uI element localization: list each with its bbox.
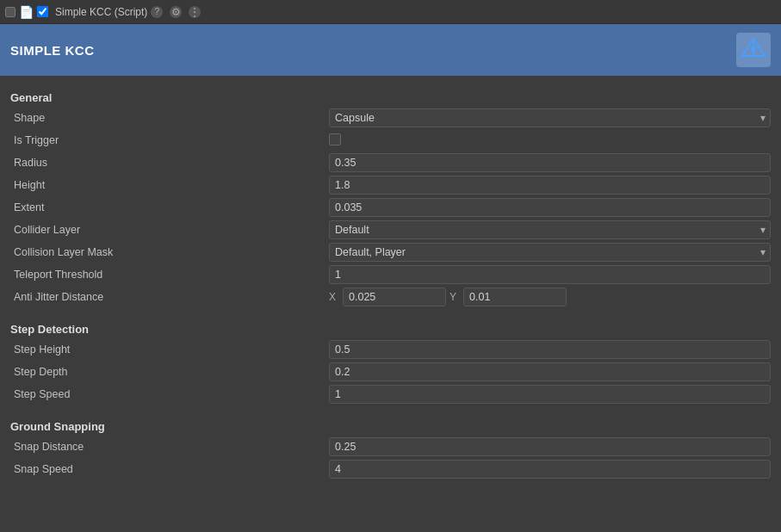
- prop-row-snap-distance: Snap Distance: [10, 436, 771, 457]
- collider-layer-wrapper: Default Player Enemy: [329, 220, 771, 239]
- is-trigger-checkbox[interactable]: [329, 133, 341, 145]
- collision-layer-mask-wrapper: Default, Player Default Player: [329, 243, 771, 262]
- prop-row-snap-speed: Snap Speed: [10, 459, 771, 479]
- prop-row-anti-jitter: Anti Jitter Distance X Y: [10, 287, 771, 307]
- value-step-depth: [329, 362, 771, 381]
- snap-distance-input[interactable]: [329, 437, 771, 456]
- prop-row-height: Height: [10, 175, 771, 195]
- settings-button[interactable]: ⚙: [170, 6, 182, 18]
- component-title: SIMPLE KCC: [10, 43, 95, 58]
- value-collider-layer: Default Player Enemy: [329, 220, 771, 239]
- step-height-input[interactable]: [329, 340, 771, 359]
- value-step-height: [329, 340, 771, 359]
- prop-row-is-trigger: Is Trigger: [10, 130, 771, 151]
- value-snap-speed: [329, 460, 771, 479]
- prop-row-collider-layer: Collider Layer Default Player Enemy: [10, 220, 771, 240]
- section-step-detection: Step Detection: [10, 323, 771, 336]
- title-bar-title: Simple KCC (Script): [55, 6, 147, 18]
- label-extent: Extent: [10, 201, 329, 213]
- header-banner: SIMPLE KCC: [0, 24, 781, 76]
- value-extent: [329, 198, 771, 217]
- x-label: X: [329, 291, 339, 303]
- menu-button[interactable]: ⋮: [189, 6, 201, 18]
- teleport-threshold-input[interactable]: [329, 265, 771, 284]
- step-speed-input[interactable]: [329, 385, 771, 404]
- label-snap-speed: Snap Speed: [10, 463, 329, 475]
- radius-input[interactable]: [329, 153, 771, 172]
- label-step-height: Step Height: [10, 343, 329, 356]
- shape-select-wrapper: Capsule Box Sphere: [329, 108, 771, 127]
- collider-layer-select[interactable]: Default Player Enemy: [329, 220, 771, 239]
- anti-jitter-xy: X Y: [329, 288, 771, 306]
- inspector-content: General Shape Capsule Box Sphere Is Trig…: [0, 76, 781, 532]
- prop-row-collision-layer-mask: Collision Layer Mask Default, Player Def…: [10, 242, 771, 263]
- value-collision-layer-mask: Default, Player Default Player: [329, 243, 771, 262]
- help-button[interactable]: ?: [151, 6, 163, 18]
- active-toggle[interactable]: [37, 6, 48, 17]
- label-snap-distance: Snap Distance: [10, 441, 329, 453]
- height-input[interactable]: [329, 176, 771, 195]
- extent-input[interactable]: [329, 198, 771, 217]
- label-collider-layer: Collider Layer: [10, 224, 329, 236]
- prop-row-step-height: Step Height: [10, 339, 771, 360]
- prop-row-step-speed: Step Speed: [10, 384, 771, 405]
- prop-row-extent: Extent: [10, 197, 771, 218]
- label-shape: Shape: [10, 112, 329, 124]
- section-general: General: [10, 91, 771, 104]
- label-teleport-threshold: Teleport Threshold: [10, 269, 329, 281]
- label-collision-layer-mask: Collision Layer Mask: [10, 246, 329, 258]
- anti-jitter-x-input[interactable]: [343, 288, 446, 306]
- value-teleport-threshold: [329, 265, 771, 284]
- value-shape: Capsule Box Sphere: [329, 108, 771, 127]
- svg-point-3: [751, 46, 756, 52]
- prop-row-radius: Radius: [10, 152, 771, 173]
- title-bar-controls: ? ⚙ ⋮: [151, 6, 201, 18]
- enable-checkbox[interactable]: [5, 7, 15, 17]
- snap-speed-input[interactable]: [329, 460, 771, 479]
- label-height: Height: [10, 179, 329, 191]
- label-radius: Radius: [10, 157, 329, 169]
- label-step-speed: Step Speed: [10, 388, 329, 400]
- y-label: Y: [449, 291, 460, 303]
- value-height: [329, 176, 771, 195]
- script-file-icon: 📄: [19, 5, 34, 19]
- prop-row-shape: Shape Capsule Box Sphere: [10, 108, 771, 128]
- collision-layer-mask-select[interactable]: Default, Player Default Player: [329, 243, 771, 262]
- value-radius: [329, 153, 771, 172]
- label-step-depth: Step Depth: [10, 366, 329, 378]
- prop-row-teleport-threshold: Teleport Threshold: [10, 264, 771, 285]
- title-bar-icons: 📄 Simple KCC (Script): [5, 5, 147, 19]
- shape-select[interactable]: Capsule Box Sphere: [329, 108, 771, 127]
- step-depth-input[interactable]: [329, 362, 771, 381]
- prop-row-step-depth: Step Depth: [10, 362, 771, 382]
- anti-jitter-y-input[interactable]: [463, 288, 567, 306]
- title-bar: 📄 Simple KCC (Script) ? ⚙ ⋮: [0, 0, 781, 24]
- value-is-trigger: [329, 133, 771, 148]
- value-step-speed: [329, 385, 771, 404]
- component-icon: [736, 33, 771, 67]
- label-is-trigger: Is Trigger: [10, 134, 329, 146]
- label-anti-jitter: Anti Jitter Distance: [10, 291, 329, 303]
- section-ground-snapping: Ground Snapping: [10, 420, 771, 433]
- value-anti-jitter: X Y: [329, 288, 771, 306]
- kcc-icon-svg: [741, 37, 766, 63]
- value-snap-distance: [329, 437, 771, 456]
